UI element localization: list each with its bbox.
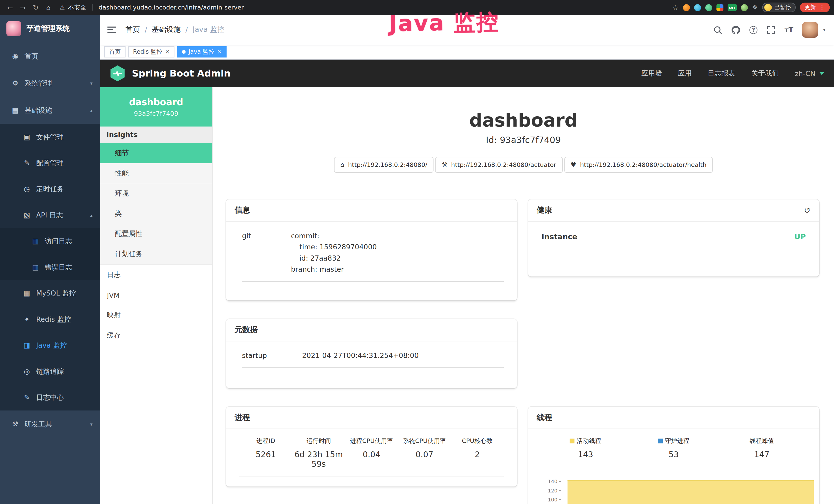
document-icon: ▥: [31, 263, 40, 271]
legend-label: 线程峰值: [749, 437, 774, 444]
infrastructure-submenu: ▣ 文件管理 ✎ 配置管理 ◷ 定时任务 ▧ API 日志 ▴ ▥: [0, 124, 100, 410]
daemon-threads-swatch: [658, 438, 663, 443]
sidebar-item-config-mgmt[interactable]: ✎ 配置管理: [0, 150, 100, 176]
instance-links: ⌂ http://192.168.0.2:48080/ ⚒ http://192…: [213, 157, 834, 173]
stat-uptime: 运行时间 6d 23h 15m 59s: [292, 437, 345, 469]
sidebar-menu: ◉ 首页 ⚙ 系统管理 ▾ ▤ 基础设施 ▴ ▣ 文件管理 ✎ 配置管: [0, 43, 100, 438]
threads-legend-row: 活动线程 143 守护进程 53 线程峰值 147: [542, 429, 806, 466]
browser-reload-button[interactable]: ↻: [30, 3, 42, 11]
extension-icon-drop[interactable]: [694, 4, 701, 11]
sidebar-item-file-mgmt[interactable]: ▣ 文件管理: [0, 124, 100, 150]
sba-nav-applications[interactable]: 应用: [678, 69, 692, 78]
browser-back-button[interactable]: ←: [4, 3, 16, 11]
sba-menu-scheduled-tasks[interactable]: 计划任务: [100, 244, 212, 264]
extension-icon-orange[interactable]: [683, 4, 690, 11]
browser-forward-button[interactable]: →: [17, 3, 29, 11]
github-icon[interactable]: [731, 25, 740, 34]
instance-id: 93a3fc7f7409: [134, 110, 178, 117]
sba-menu-details[interactable]: 细节: [100, 143, 212, 163]
sba-menu-metrics[interactable]: 性能: [100, 163, 212, 184]
chrome-update-button[interactable]: 更新 ⋮: [800, 3, 830, 12]
sidebar-item-label: 研发工具: [24, 419, 52, 429]
bookmark-star-icon[interactable]: ☆: [672, 3, 678, 11]
breadcrumb-home[interactable]: 首页: [126, 25, 140, 35]
sidebar-item-api-logs[interactable]: ▧ API 日志 ▴: [0, 202, 100, 228]
mysql-icon: ▦: [22, 289, 31, 297]
stat-live-threads: 活动线程 143: [542, 437, 630, 459]
extension-icon-leaf[interactable]: [741, 4, 748, 11]
extension-on-badge[interactable]: on: [727, 4, 737, 11]
app-logo: 芋道管理系统: [0, 15, 100, 43]
sidebar-item-error-logs[interactable]: ▥ 错误日志: [0, 254, 100, 280]
sba-menu-classes[interactable]: 类: [100, 204, 212, 224]
sidebar-item-home[interactable]: ◉ 首页: [0, 43, 100, 70]
font-size-icon[interactable]: тT: [785, 26, 793, 33]
metadata-card: 元数据 startup 2021-04-27T00:44:31.254+08:0…: [226, 319, 517, 388]
instance-actuator-link[interactable]: ⚒ http://192.168.0.2:48080/actuator: [435, 157, 563, 173]
sidebar-collapse-button[interactable]: [100, 15, 123, 45]
help-icon[interactable]: ?: [749, 26, 758, 33]
screen: ← → ↻ ⌂ ⚠ 不安全 dashboard.yudao.iocoder.cn…: [0, 0, 834, 504]
url-text: dashboard.yudao.iocoder.cn/infra/admin-s…: [98, 4, 244, 11]
log-icon: ▧: [22, 211, 31, 219]
stat-value: 0.04: [345, 450, 398, 459]
sidebar-item-tracing[interactable]: ◎ 链路追踪: [0, 359, 100, 384]
profile-paused-badge[interactable]: 已暂停: [762, 3, 795, 12]
instance-health-link[interactable]: ♥ http://192.168.0.2:48080/actuator/heal…: [564, 157, 713, 173]
infrastructure-icon: ▤: [10, 106, 20, 114]
spring-boot-admin-logo: [110, 66, 126, 82]
extensions-puzzle-icon[interactable]: ❖: [752, 4, 758, 11]
breadcrumb-infrastructure[interactable]: 基础设施: [152, 25, 180, 35]
tab-home[interactable]: 首页: [104, 46, 126, 57]
user-avatar[interactable]: [803, 22, 818, 38]
sba-menu-mappings[interactable]: 映射: [100, 305, 212, 325]
close-icon[interactable]: ×: [165, 49, 170, 55]
extension-icon-vue[interactable]: [705, 4, 712, 11]
profile-emoji-avatar: [764, 4, 772, 11]
sba-locale-select[interactable]: zh-CN: [795, 69, 825, 77]
stat-value: 6d 23h 15m 59s: [292, 450, 345, 469]
health-status-badge: UP: [794, 232, 806, 241]
sba-menu-configprops[interactable]: 配置属性: [100, 224, 212, 244]
sba-menu-environment[interactable]: 环境: [100, 183, 212, 204]
sidebar-item-redis-monitor[interactable]: ✦ Redis 监控: [0, 306, 100, 332]
card-title: 信息: [235, 205, 250, 215]
sidebar-item-scheduled-jobs[interactable]: ◷ 定时任务: [0, 176, 100, 202]
sba-nav-journal[interactable]: 日志报表: [708, 69, 736, 78]
close-icon[interactable]: ×: [217, 49, 222, 55]
link-label: http://192.168.0.2:48080/actuator/health: [580, 161, 706, 168]
browser-menu-kebab-icon[interactable]: ⋮: [819, 4, 825, 11]
sba-nav-wallboard[interactable]: 应用墙: [641, 69, 662, 78]
sidebar-item-infrastructure[interactable]: ▤ 基础设施 ▴: [0, 97, 100, 124]
sidebar-item-dev-tools[interactable]: ⚒ 研发工具 ▾: [0, 411, 100, 438]
gear-icon: ⚙: [10, 79, 20, 87]
stat-label: 活动线程: [542, 437, 630, 445]
sidebar-item-log-center[interactable]: ✎ 日志中心: [0, 384, 100, 410]
instance-root-link[interactable]: ⌂ http://192.168.0.2:48080/: [334, 157, 434, 173]
extension-icon-grid[interactable]: [716, 4, 723, 11]
address-bar[interactable]: ⚠ 不安全 dashboard.yudao.iocoder.cn/infra/a…: [60, 3, 244, 11]
sba-menu-jvm[interactable]: JVM: [100, 285, 212, 305]
breadcrumb: 首页 / 基础设施 / Java 监控: [126, 25, 224, 35]
sba-menu-logs[interactable]: 日志: [100, 265, 212, 285]
health-instance-row: Instance UP: [542, 232, 806, 248]
sidebar-item-system-mgmt[interactable]: ⚙ 系统管理 ▾: [0, 70, 100, 97]
sidebar-item-access-logs[interactable]: ▥ 访问日志: [0, 228, 100, 254]
tab-java-monitor[interactable]: Java 监控 ×: [177, 46, 226, 57]
git-branch-line: branch: master: [291, 264, 377, 275]
tab-label: Java 监控: [189, 48, 215, 56]
sba-nav-about[interactable]: 关于我们: [751, 69, 779, 78]
sidebar-item-mysql-monitor[interactable]: ▦ MySQL 监控: [0, 280, 100, 306]
search-icon[interactable]: [713, 25, 722, 34]
browser-toolbar-right: ☆ on ❖ 已暂停 更新 ⋮: [672, 3, 830, 12]
fullscreen-icon[interactable]: [766, 25, 775, 34]
avatar-caret-icon: ▾: [823, 27, 825, 32]
link-label: http://192.168.0.2:48080/: [348, 161, 427, 168]
sidebar-item-java-monitor[interactable]: ◨ Java 监控: [0, 332, 100, 358]
sba-menu-caches[interactable]: 缓存: [100, 325, 212, 346]
threads-area-chart: [568, 480, 814, 504]
browser-home-button[interactable]: ⌂: [43, 3, 54, 11]
history-icon[interactable]: ↺: [804, 205, 811, 215]
tab-redis-monitor[interactable]: Redis 监控 ×: [128, 46, 175, 57]
edit-icon: ✎: [22, 159, 31, 167]
